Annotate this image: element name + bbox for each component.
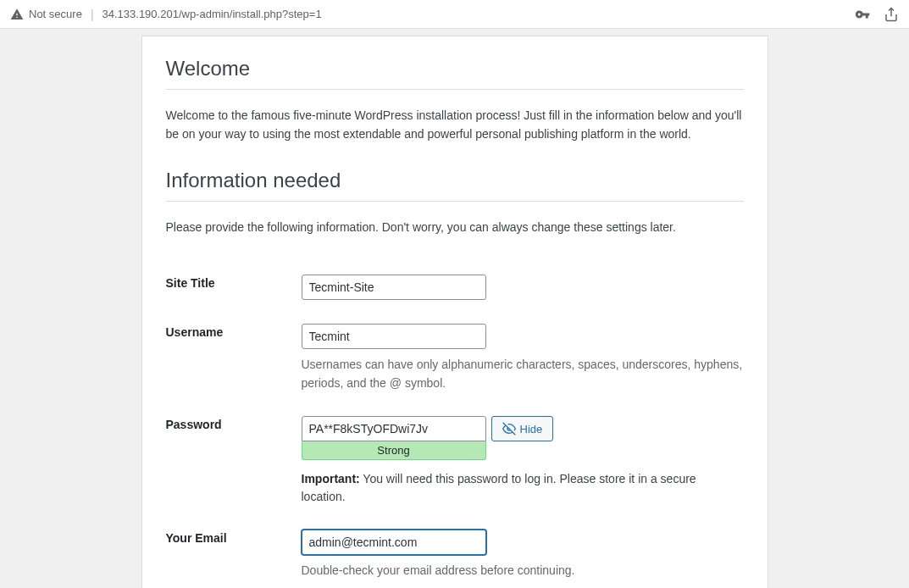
password-important-note: Important: You will need this password t… bbox=[302, 470, 744, 506]
important-label: Important: bbox=[302, 472, 360, 485]
email-input[interactable] bbox=[302, 530, 486, 555]
hide-password-button[interactable]: Hide bbox=[491, 416, 554, 441]
separator: | bbox=[91, 8, 94, 21]
hide-button-label: Hide bbox=[520, 423, 543, 435]
username-label: Username bbox=[166, 312, 302, 404]
security-indicator[interactable]: Not secure bbox=[10, 8, 82, 21]
share-icon[interactable] bbox=[884, 7, 899, 22]
eye-slash-icon bbox=[502, 422, 516, 435]
warning-icon bbox=[10, 8, 24, 21]
browser-address-bar: Not secure | 34.133.190.201/wp-admin/ins… bbox=[0, 0, 909, 29]
password-input[interactable] bbox=[302, 416, 486, 441]
site-title-input[interactable] bbox=[302, 275, 486, 300]
password-strength-meter: Strong bbox=[302, 441, 486, 460]
username-input[interactable] bbox=[302, 324, 486, 349]
info-heading: Information needed bbox=[166, 169, 744, 202]
site-title-label: Site Title bbox=[166, 263, 302, 312]
security-text: Not secure bbox=[29, 8, 82, 20]
install-form-card: Welcome Welcome to the famous five-minut… bbox=[141, 36, 768, 588]
url-display[interactable]: 34.133.190.201/wp-admin/install.php?step… bbox=[103, 8, 322, 20]
email-description: Double-check your email address before c… bbox=[302, 562, 744, 580]
info-text: Please provide the following information… bbox=[166, 219, 744, 237]
username-description: Usernames can have only alphanumeric cha… bbox=[302, 356, 744, 392]
password-label: Password bbox=[166, 404, 302, 518]
email-label: Your Email bbox=[166, 518, 302, 588]
key-icon[interactable] bbox=[855, 7, 870, 22]
important-text: You will need this password to log in. P… bbox=[302, 472, 696, 503]
welcome-text: Welcome to the famous five-minute WordPr… bbox=[166, 107, 744, 143]
welcome-heading: Welcome bbox=[166, 57, 744, 90]
